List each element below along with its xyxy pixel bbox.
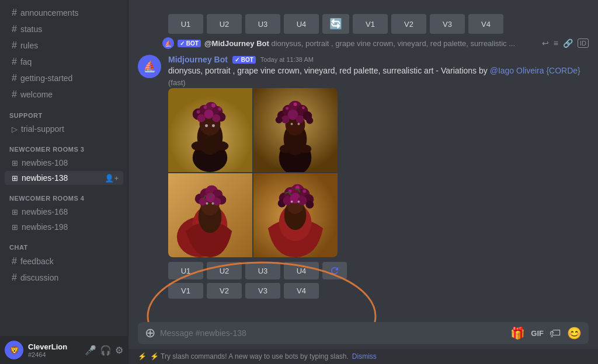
corde-code: {CORDe} bbox=[546, 66, 580, 75]
hash-icon: # bbox=[12, 40, 17, 51]
chat-input-toolbar: 🎁 GIF 🏷 😊 bbox=[510, 326, 582, 340]
hash-icon: # bbox=[12, 89, 17, 100]
user-info: CleverLion #2464 bbox=[28, 342, 80, 358]
svg-point-10 bbox=[204, 110, 214, 119]
message-text: dionysus, portrait , grape vine crown, v… bbox=[168, 65, 589, 88]
svg-point-39 bbox=[280, 145, 291, 153]
upscale-u2-top[interactable]: U2 bbox=[207, 14, 242, 34]
more-icon[interactable]: ≡ bbox=[554, 38, 558, 48]
channel-label: discussion bbox=[20, 273, 58, 282]
variation-v4[interactable]: V4 bbox=[284, 283, 319, 299]
sidebar-item-welcome[interactable]: # welcome bbox=[5, 87, 123, 102]
hash-icon: # bbox=[12, 8, 17, 18]
hash-icon: # bbox=[12, 57, 17, 67]
message-text-main: dionysus, portrait , grape vine crown, v… bbox=[168, 66, 433, 75]
bot-badge: ✓ BOT bbox=[232, 56, 256, 64]
variation-v2-top[interactable]: V2 bbox=[391, 14, 426, 34]
mute-icon[interactable]: 🎤 bbox=[85, 345, 96, 356]
refresh-button[interactable] bbox=[322, 262, 347, 279]
channel-label: newbies-168 bbox=[22, 207, 68, 216]
emoji-icon[interactable]: 😊 bbox=[567, 326, 582, 340]
variation-v3[interactable]: V3 bbox=[245, 283, 280, 299]
svg-point-15 bbox=[218, 107, 221, 111]
avatar-emoji: ⛵ bbox=[143, 60, 156, 73]
action-button-rows: U1 U2 U3 U4 V bbox=[168, 262, 347, 299]
upscale-u1-top[interactable]: U1 bbox=[168, 14, 203, 34]
sidebar-item-newbies-198[interactable]: ⊞ newbies-198 bbox=[5, 220, 123, 234]
upscale-u2[interactable]: U2 bbox=[207, 262, 242, 279]
upscale-u1[interactable]: U1 bbox=[168, 262, 203, 279]
upscale-u4-top[interactable]: U4 bbox=[284, 14, 319, 34]
message-timestamp: Today at 11:38 AM bbox=[260, 56, 314, 63]
image-cell-3 bbox=[168, 173, 252, 257]
upscale-button-row-top: U1 U2 U3 U4 🔄 bbox=[168, 14, 349, 34]
bot-inline-icon: ⛵ bbox=[162, 37, 174, 49]
avatar-emoji: 🦁 bbox=[9, 345, 19, 355]
image-cell-4 bbox=[253, 173, 338, 257]
svg-point-32 bbox=[276, 117, 283, 124]
variation-button-row-top: V1 V2 V3 V4 bbox=[353, 14, 503, 34]
svg-point-11 bbox=[212, 114, 220, 123]
sidebar-item-status[interactable]: # status bbox=[5, 22, 123, 37]
channel-label: getting-started bbox=[20, 74, 73, 83]
hash-icon: # bbox=[12, 73, 17, 83]
upscale-u3[interactable]: U3 bbox=[245, 262, 280, 279]
upscale-u4[interactable]: U4 bbox=[284, 262, 319, 279]
svg-point-70 bbox=[297, 196, 307, 205]
sidebar-item-newbies-168[interactable]: ⊞ newbies-168 bbox=[5, 205, 123, 219]
sticker-icon[interactable]: 🏷 bbox=[550, 327, 561, 340]
sidebar-item-discussion[interactable]: # discussion bbox=[5, 270, 123, 285]
settings-icon[interactable]: ⚙ bbox=[115, 345, 123, 356]
message-author: Midjourney Bot bbox=[168, 55, 228, 64]
svg-point-74 bbox=[303, 190, 306, 193]
gift-icon[interactable]: 🎁 bbox=[510, 326, 525, 340]
variation-v4-top[interactable]: V4 bbox=[468, 14, 503, 34]
chat-section-header: CHAT bbox=[0, 235, 128, 253]
svg-point-56 bbox=[206, 202, 208, 205]
svg-point-31 bbox=[295, 116, 304, 124]
sidebar-item-feedback[interactable]: # feedback bbox=[5, 254, 123, 269]
deafen-icon[interactable]: 🎧 bbox=[100, 345, 112, 356]
sidebar-item-trial-support[interactable]: ▷ trial-support bbox=[5, 122, 123, 136]
link-icon[interactable]: 🔗 bbox=[563, 38, 573, 48]
sidebar-item-newbies-138[interactable]: ⊞ newbies-138 👤+ bbox=[5, 171, 123, 185]
message-header: Midjourney Bot ✓ BOT Today at 11:38 AM bbox=[168, 55, 589, 64]
id-icon[interactable]: ID bbox=[578, 38, 589, 48]
gif-icon[interactable]: GIF bbox=[531, 329, 544, 338]
mention-link[interactable]: @Iago Oliveira bbox=[490, 66, 544, 75]
reply-icon[interactable]: ↩ bbox=[542, 38, 549, 48]
variation-v1[interactable]: V1 bbox=[168, 283, 203, 299]
sidebar-item-newbies-108[interactable]: ⊞ newbies-108 bbox=[5, 156, 123, 170]
chat-input-area: ⊕ 🎁 GIF 🏷 😊 bbox=[128, 322, 598, 349]
upscale-u3-top[interactable]: U3 bbox=[245, 14, 280, 34]
variation-v1-top[interactable]: V1 bbox=[353, 14, 388, 34]
image-and-buttons: U1 U2 U3 U4 V bbox=[168, 88, 589, 299]
dismiss-link[interactable]: Dismiss bbox=[352, 352, 377, 360]
channel-label: feedback bbox=[20, 257, 54, 266]
svg-point-38 bbox=[297, 123, 300, 125]
hash-voice-icon: ⊞ bbox=[12, 208, 18, 216]
sidebar-item-getting-started[interactable]: # getting-started bbox=[5, 71, 123, 86]
variation-v2[interactable]: V2 bbox=[207, 283, 242, 299]
svg-point-37 bbox=[291, 123, 293, 125]
refresh-icon bbox=[329, 265, 340, 276]
refresh-button-top[interactable]: 🔄 bbox=[322, 14, 349, 34]
bot-badge-inline: ✓ BOT bbox=[178, 40, 201, 47]
channel-label: status bbox=[20, 24, 42, 34]
bot-inline-notification: ⛵ ✓ BOT @MidJourney Bot dionysus, portra… bbox=[128, 36, 598, 50]
user-area: 🦁 CleverLion #2464 🎤 🎧 ⚙ bbox=[0, 336, 128, 364]
sidebar-item-faq[interactable]: # faq bbox=[5, 54, 123, 69]
username: CleverLion bbox=[28, 342, 80, 351]
svg-point-71 bbox=[305, 201, 314, 209]
channel-label: faq bbox=[20, 57, 32, 66]
add-content-button[interactable]: ⊕ bbox=[145, 326, 155, 341]
message-content: Midjourney Bot ✓ BOT Today at 11:38 AM d… bbox=[168, 55, 589, 299]
sidebar-item-announcements[interactable]: # announcements bbox=[5, 5, 123, 20]
variation-v3-top[interactable]: V3 bbox=[430, 14, 465, 34]
svg-point-75 bbox=[291, 201, 293, 203]
generated-image-grid[interactable] bbox=[168, 88, 338, 257]
avatar: ⛵ bbox=[138, 55, 161, 78]
sidebar-item-rules[interactable]: # rules bbox=[5, 38, 123, 53]
message-input[interactable] bbox=[160, 322, 506, 344]
svg-point-33 bbox=[306, 117, 313, 124]
